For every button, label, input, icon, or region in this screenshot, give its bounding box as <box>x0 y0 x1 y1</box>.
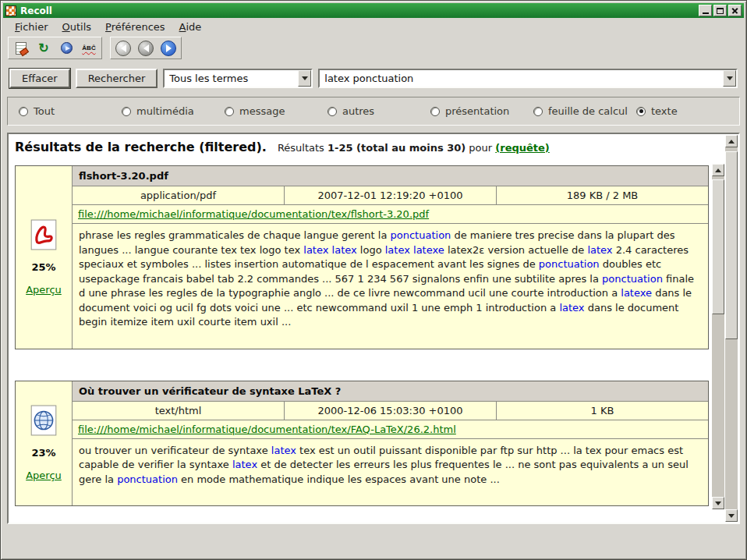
window-title: Recoll <box>20 5 695 16</box>
menubar: Fichier Outils Préférences Aide <box>3 18 744 36</box>
scrollbar-track[interactable] <box>712 176 724 497</box>
maximize-icon <box>717 8 724 14</box>
results-for-word: pour <box>469 142 492 154</box>
toolbar-group-main: ÂBĈ <box>8 37 102 59</box>
filter-panel: Tout multimédia message autres présentat… <box>7 97 740 126</box>
result-url-link[interactable]: file:///home/michael/informatique/docume… <box>78 208 429 220</box>
clear-button[interactable]: Effacer <box>9 69 70 88</box>
arrow-up-icon <box>728 140 735 144</box>
search-type-value: Tous les termes <box>165 70 298 87</box>
preview-link[interactable]: Aperçu <box>26 284 62 296</box>
result-details: Où trouver un vérificateur de syntaxe La… <box>73 381 708 506</box>
filter-label: message <box>239 105 285 117</box>
chevron-down-icon[interactable] <box>298 70 311 87</box>
filter-label: multimédia <box>136 105 194 117</box>
result-meta-row: application/pdf 2007-12-01 12:19:20 +010… <box>73 186 708 205</box>
query-link[interactable]: (requête) <box>495 142 550 154</box>
menu-outils[interactable]: Outils <box>55 19 99 35</box>
result-mime: application/pdf <box>73 186 285 204</box>
result-date: 2007-12-01 12:19:20 +0100 <box>285 186 497 204</box>
arrow-up-icon <box>715 168 721 172</box>
filter-label: Tout <box>34 105 55 117</box>
close-icon <box>731 7 738 14</box>
filter-texte[interactable]: texte <box>636 105 678 117</box>
radio-icon <box>327 107 337 116</box>
toolbar: ÂBĈ <box>3 36 744 60</box>
result-title: flshort-3.20.pdf <box>73 166 708 186</box>
result-meta-row: text/html 2000-12-06 15:03:30 +0100 1 KB <box>73 402 708 420</box>
filter-presentation[interactable]: présentation <box>430 105 533 117</box>
filter-autres[interactable]: autres <box>327 105 430 117</box>
arrow-down-icon <box>727 76 733 80</box>
maximize-button[interactable] <box>713 5 727 16</box>
relevance-percent: 25% <box>31 261 55 273</box>
previous-page-button[interactable] <box>136 39 156 57</box>
first-page-button[interactable] <box>113 39 133 57</box>
menu-fichier[interactable]: Fichier <box>8 19 55 35</box>
blue-sphere-icon <box>61 42 73 54</box>
menu-preferences[interactable]: Préférences <box>98 19 172 35</box>
result-url-link[interactable]: file:///home/michael/informatique/docume… <box>78 424 456 435</box>
scroll-down-button[interactable] <box>725 509 738 522</box>
scroll-up-button[interactable] <box>712 164 724 176</box>
filter-message[interactable]: message <box>225 105 327 117</box>
menu-aide[interactable]: Aide <box>172 19 209 35</box>
radio-icon <box>533 107 543 116</box>
result-url-row: file:///home/michael/informatique/docume… <box>73 205 708 224</box>
results-header: Résultats de la recherche (filtered). Ré… <box>15 140 707 154</box>
scrollbar-track[interactable] <box>725 147 738 509</box>
radio-icon <box>122 107 131 116</box>
html-icon <box>30 405 58 436</box>
search-button[interactable]: Rechercher <box>76 69 158 88</box>
window-controls <box>699 5 742 16</box>
term-explorer-button[interactable]: ÂBĈ <box>79 39 99 57</box>
results-summary: Résultats 1-25 (total au moins 30) pour … <box>278 142 550 154</box>
result-url-row: file:///home/michael/informatique/docume… <box>73 420 708 439</box>
preview-link[interactable]: Aperçu <box>26 470 62 481</box>
filter-label: texte <box>651 105 678 117</box>
result-details: flshort-3.20.pdf application/pdf 2007-12… <box>73 166 708 349</box>
titlebar: Recoll <box>3 3 744 18</box>
results-inner-scrollbar[interactable] <box>712 164 724 509</box>
results-panel: Résultats de la recherche (filtered). Ré… <box>7 133 740 524</box>
results-range: 1-25 (total au moins 30) <box>327 142 466 154</box>
clear-search-icon <box>16 42 27 55</box>
spellcheck-icon: ÂBĈ <box>82 44 95 51</box>
filter-feuille-de-calcul[interactable]: feuille de calcul <box>533 105 636 117</box>
result-item: 25% Aperçu flshort-3.20.pdf application/… <box>15 165 709 349</box>
search-bar: Effacer Rechercher Tous les termes <box>9 68 738 88</box>
arrow-left-icon <box>115 41 131 56</box>
results-title: Résultats de la recherche (filtered). <box>15 140 267 154</box>
filter-tout[interactable]: Tout <box>19 105 122 117</box>
result-date: 2000-12-06 15:03:30 +0100 <box>285 402 497 420</box>
radio-icon <box>636 107 646 116</box>
scrollbar-thumb[interactable] <box>725 151 738 339</box>
result-size: 189 KB / 2 MB <box>497 186 708 204</box>
query-history-chevron-icon[interactable] <box>723 70 736 87</box>
filter-label: présentation <box>445 105 509 117</box>
result-snippet: ou trouver un verificateur de syntaxe la… <box>73 439 708 506</box>
clear-search-button[interactable] <box>11 39 31 57</box>
filter-label: autres <box>342 105 374 117</box>
result-mime: text/html <box>73 402 285 420</box>
close-button[interactable] <box>728 5 742 16</box>
arrow-right-icon <box>161 41 176 56</box>
recoll-app-icon <box>5 5 16 16</box>
scrollbar-thumb[interactable] <box>712 179 724 314</box>
scroll-up-button[interactable] <box>725 135 738 147</box>
search-input[interactable] <box>320 70 723 87</box>
next-page-button[interactable] <box>158 39 179 57</box>
filter-label: feuille de calcul <box>548 105 628 117</box>
arrow-down-icon <box>715 502 721 505</box>
result-side-column: 25% Aperçu <box>16 166 73 349</box>
result-side-column: 23% Aperçu <box>16 381 73 506</box>
update-index-button[interactable] <box>34 39 54 57</box>
result-item: 23% Aperçu Où trouver un vérificateur de… <box>15 381 709 507</box>
results-outer-scrollbar[interactable] <box>725 135 738 522</box>
minimize-button[interactable] <box>699 5 712 16</box>
query-detail-button[interactable] <box>56 39 76 57</box>
radio-icon <box>430 107 440 116</box>
scroll-down-button[interactable] <box>712 497 724 509</box>
filter-multimedia[interactable]: multimédia <box>122 105 225 117</box>
search-type-combobox[interactable]: Tous les termes <box>163 69 313 88</box>
